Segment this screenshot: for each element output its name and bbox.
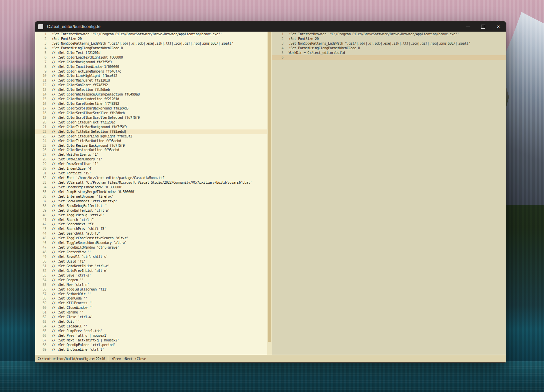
code-line[interactable]: 3 :Set NonCodePatterns_EndsWith ".git/|.… — [272, 41, 506, 46]
code-line[interactable]: 38 // :Set ShowDebugBufferList '' — [35, 204, 268, 208]
window-controls: ✕ — [460, 22, 506, 32]
code-line[interactable]: 30 // :Set IndentSize '4' — [35, 166, 268, 171]
code-line[interactable]: 12 // :Set ColorSubCaret ff748392 — [35, 83, 268, 88]
code-line[interactable]: 54 // :Set Reopen '' — [35, 278, 268, 283]
line-text: // :Set ColorScrollbarScrollerSelected f… — [46, 115, 139, 120]
code-line[interactable]: 34 // :Set UndoMergeTimeWindow '0.300000… — [35, 185, 268, 190]
code-line[interactable]: 36 // :Set InternetBrowser 'firefox' — [35, 194, 268, 199]
code-line[interactable]: 65 // :Set JumpPrev 'ctrl-tab' — [35, 329, 268, 333]
code-line[interactable]: 10 // :Set ColorLineHighlight ffbce5f2 — [35, 74, 268, 78]
code-line[interactable]: 26 // :Set ColorResizerOutline ff93aebd — [35, 148, 268, 152]
code-line[interactable]: 5 WorkDir = C:/text_editor/build — [272, 51, 506, 55]
code-line[interactable]: 24 // :Set ColorTitleBarOutline ff93aebd — [35, 139, 268, 143]
code-line[interactable]: 64 // :Set CloseAll '' — [35, 324, 268, 329]
code-line[interactable]: 2 :Set FontSize 20 — [272, 37, 506, 41]
line-number: 7 — [35, 60, 46, 65]
code-line[interactable]: 63 // :Set Quit '' — [35, 319, 268, 324]
code-line[interactable]: 40 // :Set ToggleDebug 'ctrl-0' — [35, 213, 268, 218]
close-command[interactable]: :Close — [135, 357, 146, 361]
scrollbar-thumb[interactable] — [268, 32, 271, 342]
code-line[interactable]: 50 // :Set Build 'f1' — [35, 259, 268, 264]
code-line[interactable]: 47 // :Set ShowBuildWindow 'ctrl-grave' — [35, 245, 268, 250]
code-line[interactable]: 4 :Set FormatUsingClangFormatWhenCCode 0 — [272, 46, 506, 51]
code-line[interactable]: 61 // :Set Rename '' — [35, 310, 268, 315]
code-line[interactable]: 57 // :Set SetWorkDir '' — [35, 292, 268, 296]
code-line[interactable]: 58 // :Set OpenCode '' — [35, 296, 268, 301]
code-line[interactable]: 55 // :Set New 'ctrl-n' — [35, 283, 268, 287]
title-bar[interactable]: C:/text_editor/build/config.te ✕ — [35, 22, 506, 32]
code-line[interactable]: 16 // :Set ColorCaretUnderline ff748392 — [35, 101, 268, 106]
close-button[interactable]: ✕ — [491, 22, 506, 32]
next-command[interactable]: :Next — [123, 357, 133, 361]
code-line[interactable]: 31 // :Set FontSize '15' — [35, 171, 268, 176]
line-text: // :Set ColorTitleBarBackground ffd7f5f9 — [46, 125, 127, 129]
code-line[interactable]: 52 // :Set GotoPrevInList 'alt-e' — [35, 269, 268, 273]
code-line[interactable]: 33 // :Set VCVarsall 'C:/Program Files/M… — [35, 180, 268, 185]
code-line[interactable]: 28 // :Set DrawLineNumbers '1' — [35, 157, 268, 162]
minimize-button[interactable] — [460, 22, 475, 32]
line-number: 61 — [35, 310, 46, 315]
code-line[interactable]: 22 // :Set ColorTitleBarSelection ff93ae… — [35, 129, 268, 134]
code-line[interactable]: 11 // :Set ColorMainCaret ff21201d — [35, 78, 268, 83]
code-line[interactable]: 62 // :Set Close 'ctrl-w' — [35, 315, 268, 319]
code-line[interactable]: 9 // :Set ColorTextLineNumbers ff646f7c — [35, 69, 268, 74]
code-line[interactable]: 29 // :Set DrawScrollbar '1' — [35, 162, 268, 166]
code-line[interactable]: 27 // :Set WaitForEvents '1' — [35, 152, 268, 157]
line-text: // :Set GotoPrevInList 'alt-e' — [46, 269, 108, 273]
code-line[interactable]: 7 // :Set ColorBackground ffd7f5f9 — [35, 60, 268, 65]
code-line[interactable]: 25 // :Set ColorResizerBackground ffd7f5… — [35, 143, 268, 148]
code-line[interactable]: 35 // :Set JumpHistoryMergeTimeWindow '0… — [35, 190, 268, 194]
code-line[interactable]: 60 // :Set CloseWindow '' — [35, 305, 268, 310]
code-line[interactable]: 6 — [272, 55, 506, 60]
code-line[interactable]: 48 // :Set CenterView '' — [35, 250, 268, 255]
code-line[interactable]: 46 // :Set ToggleSearchWordBoundary 'alt… — [35, 241, 268, 245]
left-editor-pane[interactable]: 1 :Set InternetBrowser '"C:/Program File… — [35, 32, 272, 355]
code-line[interactable]: 3 :Set NonCodePatterns_EndsWith ".git/|.… — [35, 41, 268, 46]
line-number: 3 — [272, 41, 283, 46]
code-line[interactable]: 45 // :Set ToggleCaseSensitiveSearch 'al… — [35, 236, 268, 241]
code-line[interactable]: 56 // :Set ToggleFullscreen 'f11' — [35, 287, 268, 292]
code-line[interactable]: 51 // :Set GotoNextInList 'ctrl-e' — [35, 264, 268, 269]
line-number: 52 — [35, 269, 46, 273]
line-number: 28 — [35, 157, 46, 162]
code-line[interactable]: 1 :Set InternetBrowser '"C:/Program File… — [272, 32, 506, 37]
code-line[interactable]: 59 // :Set KillProcess '' — [35, 301, 268, 305]
code-line[interactable]: 17 // :Set ColorScrollbarBackground ffa1… — [35, 106, 268, 111]
line-number: 29 — [35, 162, 46, 166]
line-number: 9 — [35, 69, 46, 74]
code-line[interactable]: 41 // :Set Search 'ctrl-f' — [35, 218, 268, 222]
code-line[interactable]: 49 // :Set SaveAll 'ctrl-shift-s' — [35, 255, 268, 259]
code-line[interactable]: 5 // :Set ColorText ff21201d — [35, 51, 268, 55]
code-line[interactable]: 15 // :Set ColorMouseUnderline ff21201d — [35, 97, 268, 101]
code-line[interactable]: 44 // :Set SearchAll 'alt-f3' — [35, 231, 268, 236]
code-line[interactable]: 8 // :Set ColorInactiveWindow 1f000000 — [35, 65, 268, 69]
left-pane-scrollbar[interactable] — [267, 32, 272, 355]
code-line[interactable]: 4 :Set FormatUsingClangFormatWhenCCode 0 — [35, 46, 268, 51]
code-line[interactable]: 53 // :Set Save 'ctrl-s' — [35, 273, 268, 278]
code-line[interactable]: 67 // :Set Next 'alt-shift-q | mousex2' — [35, 338, 268, 343]
line-text: // :Set Next 'alt-shift-q | mousex2' — [46, 338, 119, 343]
code-line[interactable]: 37 // :Set ShowCommands 'ctrl-shift-p' — [35, 199, 268, 204]
code-line[interactable]: 6 // :Set ColorLoadTextHighlight f000000 — [35, 55, 268, 60]
code-line[interactable]: 2 :Set FontSize 20 — [35, 37, 268, 41]
code-line[interactable]: 19 // :Set ColorScrollbarScrollerSelecte… — [35, 115, 268, 120]
code-line[interactable]: 13 // :Set ColorSelection ffb2dbeb — [35, 88, 268, 92]
code-line[interactable]: 69 // :Set EncloseLine 'ctrl-l' — [35, 347, 268, 352]
line-text: // :Set ShowBuildWindow 'ctrl-grave' — [46, 245, 119, 250]
code-line[interactable]: 66 // :Set Prev 'alt-q | mousex1' — [35, 333, 268, 338]
code-line[interactable]: 23 // :Set ColorTitleBarLineHighlight ff… — [35, 134, 268, 139]
code-line[interactable]: 42 // :Set SearchNext 'f3' — [35, 222, 268, 227]
code-line[interactable]: 68 // :Set OpenUpFolder 'ctrl-period' — [35, 343, 268, 347]
code-line[interactable]: 20 // :Set ColorTitleBarText ff21201d — [35, 120, 268, 125]
prev-command[interactable]: :Prev — [111, 357, 121, 361]
line-text: // :Set Rename '' — [46, 310, 84, 315]
maximize-button[interactable] — [475, 22, 491, 32]
code-line[interactable]: 43 // :Set SearchPrev 'shift-f3' — [35, 227, 268, 231]
code-line[interactable]: 32 // :Set Font '/home/krz/text_editor/p… — [35, 176, 268, 180]
code-line[interactable]: 21 // :Set ColorTitleBarBackground ffd7f… — [35, 125, 268, 129]
code-line[interactable]: 39 // :Set ShowBufferList 'ctrl-p' — [35, 208, 268, 213]
code-line[interactable]: 14 // :Set ColorWhitespaceDuringSelectio… — [35, 92, 268, 97]
right-editor-pane[interactable]: 1 :Set InternetBrowser '"C:/Program File… — [272, 32, 506, 355]
code-line[interactable]: 1 :Set InternetBrowser '"C:/Program File… — [35, 32, 268, 37]
code-line[interactable]: 18 // :Set ColorScrollbarScroller ffb2db… — [35, 111, 268, 115]
